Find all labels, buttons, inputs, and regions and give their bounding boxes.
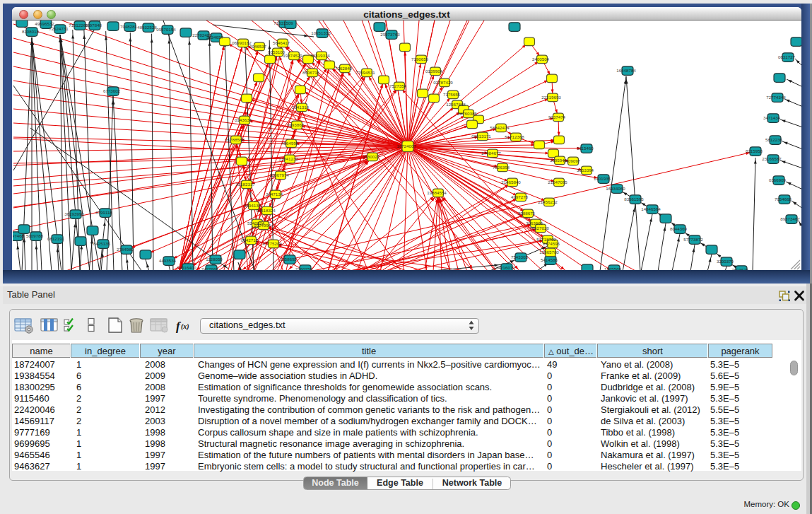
svg-text:0647468: 0647468 [13, 233, 25, 238]
svg-text:02787429: 02787429 [433, 80, 453, 85]
svg-text:57773872: 57773872 [683, 237, 703, 242]
svg-text:09570154: 09570154 [156, 27, 176, 32]
svg-text:76627028: 76627028 [529, 226, 549, 230]
svg-text:1965569: 1965569 [604, 267, 622, 270]
svg-text:6409097: 6409097 [563, 158, 581, 163]
svg-text:93618324: 93618324 [256, 208, 276, 213]
svg-text:0366909: 0366909 [769, 177, 787, 182]
svg-text:19374529: 19374529 [283, 53, 302, 58]
svg-text:5009788: 5009788 [26, 233, 44, 238]
svg-text:23166587: 23166587 [762, 156, 782, 161]
svg-text:49696532: 49696532 [35, 21, 54, 26]
svg-text:16934060: 16934060 [606, 186, 625, 191]
svg-text:3834657: 3834657 [206, 35, 224, 40]
svg-text:7693676: 7693676 [731, 267, 749, 270]
svg-text:72624731: 72624731 [49, 26, 69, 31]
svg-text:27484677: 27484677 [481, 151, 501, 156]
svg-text:(x): (x) [181, 322, 189, 331]
svg-text:34216073: 34216073 [495, 265, 515, 270]
svg-text:7826398: 7826398 [493, 165, 510, 170]
svg-text:3158692: 3158692 [280, 257, 298, 262]
svg-text:83561595: 83561595 [624, 197, 644, 201]
svg-text:7190659: 7190659 [411, 57, 429, 62]
svg-text:48932528: 48932528 [137, 25, 157, 30]
svg-text:21047095: 21047095 [548, 180, 567, 185]
svg-text:22219693: 22219693 [541, 95, 561, 100]
svg-text:66319314: 66319314 [310, 53, 330, 58]
svg-text:5646417: 5646417 [273, 40, 290, 45]
svg-text:9894134: 9894134 [244, 203, 261, 208]
svg-text:9993867: 9993867 [287, 122, 305, 127]
svg-text:58842474: 58842474 [490, 125, 510, 130]
svg-text:5588675: 5588675 [518, 211, 536, 216]
svg-text:2784980: 2784980 [117, 247, 134, 252]
svg-text:95788568: 95788568 [225, 137, 245, 142]
svg-text:13341232: 13341232 [278, 156, 298, 161]
svg-text:2400504: 2400504 [532, 57, 550, 62]
svg-text:89373467: 89373467 [780, 216, 800, 221]
svg-text:9237474: 9237474 [548, 115, 566, 119]
svg-text:0812191: 0812191 [47, 236, 65, 241]
svg-text:1024994: 1024994 [254, 223, 271, 228]
svg-text:2260256: 2260256 [295, 267, 313, 270]
svg-text:21456232: 21456232 [538, 199, 558, 204]
svg-text:2941318: 2941318 [292, 105, 310, 110]
svg-text:3953394: 3953394 [577, 168, 594, 173]
svg-text:3200379: 3200379 [717, 259, 734, 264]
svg-text:0799118: 0799118 [95, 210, 112, 215]
svg-text:77694531: 77694531 [355, 70, 375, 75]
svg-text:7048281: 7048281 [120, 24, 138, 29]
svg-text:4997278: 4997278 [511, 194, 529, 199]
svg-text:0831727: 0831727 [778, 54, 796, 59]
svg-text:10651333: 10651333 [311, 30, 331, 35]
svg-text:9115460: 9115460 [577, 146, 594, 151]
svg-text:19384554: 19384554 [427, 190, 447, 195]
svg-text:16448784: 16448784 [616, 68, 636, 73]
svg-text:35182337: 35182337 [235, 182, 255, 187]
svg-text:8044369: 8044369 [670, 226, 688, 231]
svg-text:0842710: 0842710 [241, 238, 259, 243]
svg-text:3471434: 3471434 [763, 115, 781, 120]
svg-text:1401935: 1401935 [594, 176, 611, 181]
svg-text:29973763: 29973763 [380, 32, 400, 37]
svg-text:5414586: 5414586 [541, 257, 558, 262]
svg-text:7175655: 7175655 [443, 92, 461, 97]
svg-text:51712368: 51712368 [505, 134, 524, 139]
svg-text:0143634: 0143634 [235, 117, 252, 122]
svg-text:4493534: 4493534 [159, 258, 177, 263]
svg-text:2427868: 2427868 [201, 267, 219, 270]
svg-text:6773602: 6773602 [103, 88, 121, 93]
svg-text:3447134: 3447134 [266, 192, 283, 197]
svg-text:71331509: 71331509 [273, 21, 293, 25]
svg-text:21465840: 21465840 [501, 180, 521, 185]
svg-text:36193990: 36193990 [64, 211, 84, 216]
svg-text:8108013: 8108013 [22, 29, 40, 34]
svg-text:72774348: 72774348 [766, 95, 786, 100]
svg-text:1530027: 1530027 [363, 154, 380, 159]
svg-text:1128059: 1128059 [206, 257, 223, 262]
svg-text:8506716: 8506716 [302, 70, 320, 75]
svg-text:0139904: 0139904 [425, 69, 443, 74]
svg-text:8425135: 8425135 [93, 241, 111, 246]
svg-text:12067974: 12067974 [269, 173, 289, 177]
svg-text:3963605: 3963605 [526, 221, 543, 226]
svg-text:2174596: 2174596 [543, 241, 560, 246]
svg-text:08760385: 08760385 [457, 111, 477, 116]
svg-text:74016400: 74016400 [177, 265, 196, 270]
svg-text:15865780: 15865780 [539, 250, 559, 255]
svg-text:14846564: 14846564 [641, 206, 661, 211]
svg-text:4964990: 4964990 [281, 141, 299, 146]
svg-text:08613171: 08613171 [471, 134, 491, 139]
svg-text:18724007: 18724007 [396, 144, 416, 148]
svg-text:7054668: 7054668 [775, 197, 792, 201]
svg-text:7262849: 7262849 [335, 66, 353, 71]
svg-text:5812236: 5812236 [765, 137, 783, 142]
svg-text:12567468: 12567468 [446, 102, 466, 107]
svg-text:8215958: 8215958 [746, 148, 763, 153]
svg-text:2046537: 2046537 [249, 44, 267, 49]
svg-text:6697848: 6697848 [85, 23, 102, 28]
svg-text:7543303: 7543303 [511, 255, 529, 259]
svg-text:47775204: 47775204 [262, 241, 282, 246]
svg-text:7527354: 7527354 [389, 83, 407, 88]
